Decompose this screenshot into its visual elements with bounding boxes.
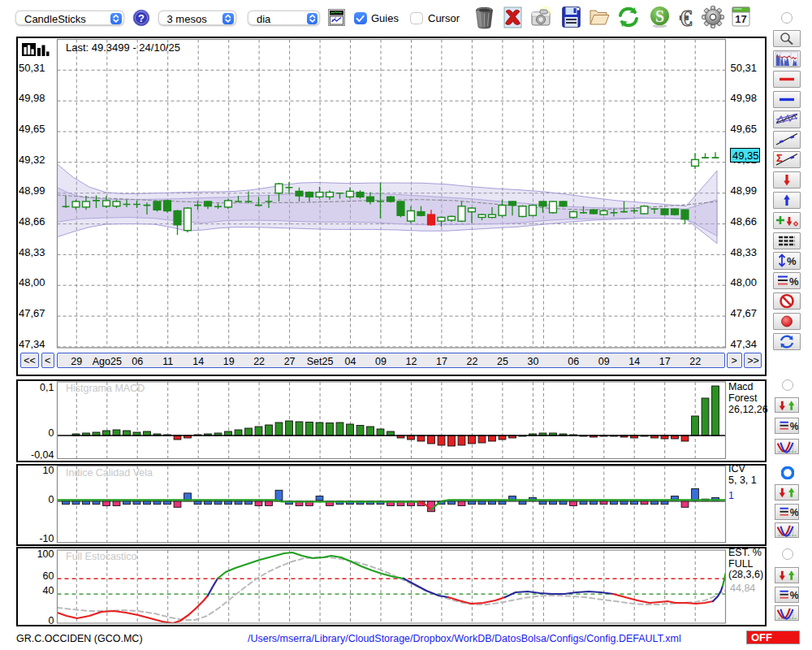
svg-text:%: % (789, 507, 797, 518)
svg-text:%: % (789, 590, 797, 601)
svg-text:%: % (789, 421, 797, 432)
svg-text:%: % (787, 255, 797, 267)
svg-text:%: % (789, 275, 799, 288)
svg-text:Σ: Σ (776, 152, 783, 164)
